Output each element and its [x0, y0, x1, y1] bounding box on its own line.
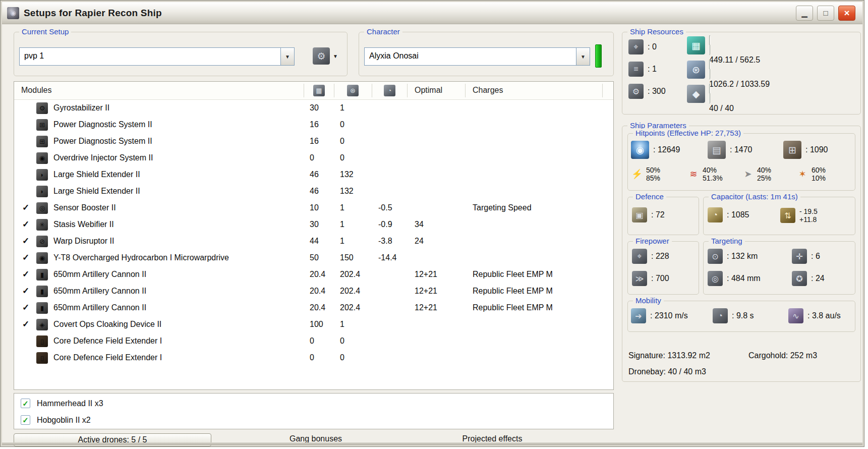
- column-divider: [465, 84, 466, 97]
- modules-body: ⚙ Gyrostabilizer II 30 1 ⊞ Power Diagnos…: [14, 100, 613, 366]
- module-name: Core Defence Field Extender I: [53, 336, 162, 346]
- module-pg: 0: [340, 120, 344, 129]
- module-cpu: 16: [310, 137, 319, 146]
- module-row[interactable]: ✓ ▮ 650mm Artillery Cannon II 20.4 202.4…: [14, 266, 613, 283]
- kinetic-resist-cell: ➤ 40% 25%: [742, 166, 771, 182]
- module-row[interactable]: ◗ Large Shield Extender II 46 132: [14, 183, 613, 200]
- capacitor-flux-stat: ⇅ - 19.5 +11.8: [780, 207, 818, 223]
- module-active-check: ✓: [22, 286, 29, 296]
- speed-icon: ➔: [631, 308, 646, 323]
- maximize-button[interactable]: □: [817, 6, 834, 21]
- module-cpu: 100: [310, 320, 323, 329]
- align-icon: ◔: [713, 308, 728, 323]
- module-row[interactable]: ▯ Core Defence Field Extender I 0 0: [14, 350, 613, 366]
- module-pg: 150: [340, 253, 354, 262]
- align-time-value: : 9.8 s: [732, 311, 754, 320]
- module-row[interactable]: ✓ ▮ 650mm Artillery Cannon II 20.4 202.4…: [14, 300, 613, 316]
- module-row[interactable]: ✓ ✳ Stasis Webifier II 30 1 -0.9 34: [14, 216, 613, 233]
- defence-group: Defence ▣ : 72: [627, 197, 699, 235]
- gang-bonuses-toggle[interactable]: Gang bonuses: [217, 434, 414, 443]
- drone-item[interactable]: ✓ Hobgoblin II x2: [14, 412, 613, 428]
- artillery-icon: ▮: [36, 302, 48, 314]
- minimize-button[interactable]: ▁: [796, 6, 813, 21]
- character-skill-indicator: [595, 44, 602, 68]
- active-drones-button[interactable]: Active drones: 5 / 5: [14, 433, 211, 446]
- module-name: Power Diagnostic System II: [53, 120, 152, 129]
- module-cpu: 50: [310, 253, 319, 262]
- module-cpu: 30: [310, 103, 319, 113]
- warp-icon: ∿: [788, 308, 803, 323]
- module-row[interactable]: ▯ Core Defence Field Extender I 0 0: [14, 333, 613, 350]
- armor-hp-icon: ▤: [708, 141, 726, 159]
- speed-value: : 2310 m/s: [650, 311, 688, 320]
- cap-flux-icon: ⇅: [780, 208, 795, 223]
- character-group: Character Alyxia Onosai ▼: [359, 32, 614, 76]
- structure-hp-value: : 1090: [805, 145, 828, 154]
- module-pg: 132: [340, 170, 354, 179]
- module-row[interactable]: ◉ Overdrive Injector System II 0 0: [14, 150, 613, 166]
- drone-label: Hammerhead II x3: [37, 399, 103, 408]
- cpu-bar: [709, 35, 710, 55]
- module-active-check: ✓: [22, 319, 29, 329]
- explosive-resist-top: 60%: [812, 166, 826, 174]
- targeting-range-value: : 132 km: [727, 252, 758, 261]
- signature-text: Signature: 1313.92 m2: [628, 351, 710, 360]
- drone-checkbox[interactable]: ✓: [21, 399, 30, 408]
- drone-item[interactable]: ✓ Hammerhead II x3: [14, 395, 613, 412]
- module-cap: -14.4: [378, 253, 396, 262]
- launcher-slots-stat: ≡ : 1: [628, 62, 657, 77]
- module-pg: 1: [340, 203, 344, 212]
- module-row[interactable]: ⊞ Power Diagnostic System II 16 0: [14, 133, 613, 150]
- turret-slots-stat: ⌖ : 0: [628, 39, 657, 54]
- module-pg: 202.4: [340, 270, 360, 279]
- setup-actions-button[interactable]: ⚙ ▼: [310, 46, 341, 66]
- module-name: Core Defence Field Extender I: [53, 353, 162, 362]
- powergrid-column-icon: ⊛: [347, 85, 359, 96]
- ship-resources-label: Ship Resources: [627, 27, 686, 36]
- sensor-strength-icon: ✪: [792, 271, 807, 286]
- thermal-resist-icon: ≋: [687, 168, 700, 180]
- structure-hp-icon: ⊞: [783, 141, 801, 159]
- character-select-arrow[interactable]: ▼: [576, 48, 590, 65]
- dronebay-text: Dronebay: 40 / 40 m3: [628, 367, 706, 376]
- current-setup-label: Current Setup: [19, 27, 71, 36]
- module-pg: 202.4: [340, 287, 360, 296]
- module-row[interactable]: ✓ ◈ Covert Ops Cloaking Device II 100 1: [14, 316, 613, 333]
- explosive-resist-cell: ✶ 60% 10%: [796, 166, 826, 182]
- dronebay-value: 40 / 40: [709, 104, 846, 113]
- module-cpu: 30: [310, 220, 319, 229]
- module-name: 650mm Artillery Cannon II: [53, 270, 146, 279]
- ship-resources-group: Ship Resources ⌖ : 0 ≡ : 1 ⚙ : 300 ▦ 449…: [622, 32, 861, 115]
- power-diagnostic-icon: ⊞: [36, 136, 48, 147]
- chevron-down-icon: ▼: [333, 53, 338, 59]
- module-row[interactable]: ◗ Large Shield Extender II 46 132: [14, 166, 613, 183]
- projected-effects-toggle[interactable]: Projected effects: [414, 434, 570, 443]
- module-row[interactable]: ✓ ◉ Y-T8 Overcharged Hydrocarbon I Micro…: [14, 250, 613, 266]
- dps-value: : 228: [651, 252, 669, 261]
- setup-select[interactable]: pvp 1 ▼: [19, 47, 295, 66]
- setup-select-arrow[interactable]: ▼: [280, 48, 294, 65]
- module-row[interactable]: ✓ ▮ 650mm Artillery Cannon II 20.4 202.4…: [14, 283, 613, 300]
- module-row[interactable]: ⚙ Gyrostabilizer II 30 1: [14, 100, 613, 117]
- module-row[interactable]: ✓ ⊘ Warp Disruptor II 44 1 -3.8 24: [14, 233, 613, 250]
- scan-resolution-stat: ◎ : 484 mm: [708, 271, 761, 286]
- warp-speed-stat: ∿ : 3.8 au/s: [788, 308, 841, 323]
- module-pg: 202.4: [340, 303, 360, 312]
- capacitor-amount-stat: ◔ : 1085: [708, 207, 749, 222]
- em-resist-icon: ⚡: [631, 168, 643, 180]
- module-cpu: 20.4: [310, 287, 325, 296]
- character-select[interactable]: Alyxia Onosai ▼: [364, 47, 590, 66]
- drone-checkbox[interactable]: ✓: [21, 415, 30, 425]
- em-resist-cell: ⚡ 50% 85%: [631, 166, 660, 182]
- module-row[interactable]: ✓ ◎ Sensor Booster II 10 1 -0.5 Targetin…: [14, 200, 613, 216]
- module-cpu: 0: [310, 153, 314, 162]
- mobility-label: Mobility: [633, 296, 664, 305]
- module-cpu: 44: [310, 237, 319, 246]
- rig-icon: ▯: [36, 352, 48, 364]
- close-button[interactable]: ×: [838, 6, 855, 21]
- module-cpu: 0: [310, 336, 314, 346]
- module-row[interactable]: ⊞ Power Diagnostic System II 16 0: [14, 117, 613, 133]
- defence-icon: ▣: [632, 207, 647, 222]
- module-cap: -3.8: [378, 237, 392, 246]
- module-name: Overdrive Injector System II: [53, 153, 153, 162]
